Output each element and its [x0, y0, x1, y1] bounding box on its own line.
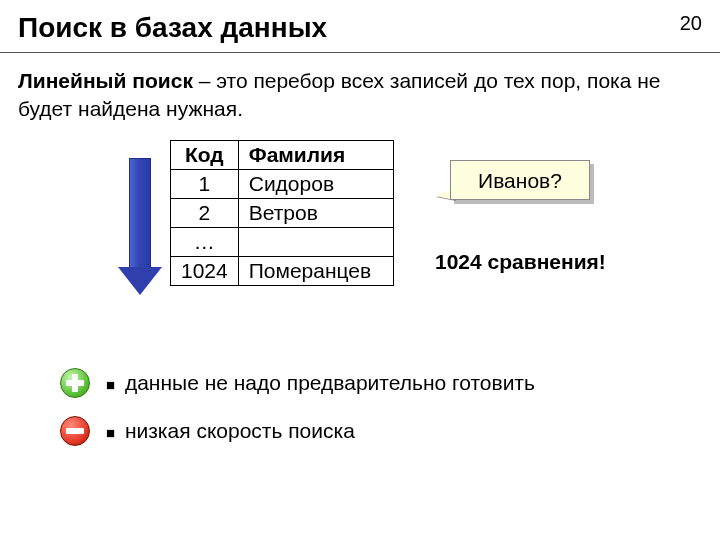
bullet-minus-text: ■ низкая скорость поиска	[106, 419, 355, 443]
page-number: 20	[680, 12, 702, 35]
definition-term: Линейный поиск	[18, 69, 193, 92]
definition-text: Линейный поиск – это перебор всех записе…	[0, 53, 720, 130]
cell-code: 1	[171, 169, 239, 198]
minus-icon	[60, 416, 90, 446]
bullet-list: ■ данные не надо предварительно готовить…	[0, 368, 720, 446]
content-area: Код Фамилия 1 Сидоров 2 Ветров … 1024 По…	[0, 140, 720, 350]
table-header-row: Код Фамилия	[171, 140, 394, 169]
header-code: Код	[171, 140, 239, 169]
records-table: Код Фамилия 1 Сидоров 2 Ветров … 1024 По…	[170, 140, 394, 286]
search-callout: Иванов?	[450, 160, 590, 200]
table-row: 1024 Померанцев	[171, 256, 394, 285]
cell-code: …	[171, 227, 239, 256]
comparisons-text: 1024 сравнения!	[435, 250, 606, 274]
cell-code: 2	[171, 198, 239, 227]
plus-icon	[60, 368, 90, 398]
cell-code: 1024	[171, 256, 239, 285]
bullet-minus: ■ низкая скорость поиска	[60, 416, 720, 446]
cell-name: Померанцев	[238, 256, 393, 285]
table-row: 1 Сидоров	[171, 169, 394, 198]
cell-name	[238, 227, 393, 256]
bullet-plus-text: ■ данные не надо предварительно готовить	[106, 371, 535, 395]
header-name: Фамилия	[238, 140, 393, 169]
down-arrow-icon	[118, 158, 162, 295]
cell-name: Сидоров	[238, 169, 393, 198]
page-title: Поиск в базах данных	[18, 12, 327, 44]
table-row: 2 Ветров	[171, 198, 394, 227]
bullet-plus: ■ данные не надо предварительно готовить	[60, 368, 720, 398]
table-row: …	[171, 227, 394, 256]
cell-name: Ветров	[238, 198, 393, 227]
